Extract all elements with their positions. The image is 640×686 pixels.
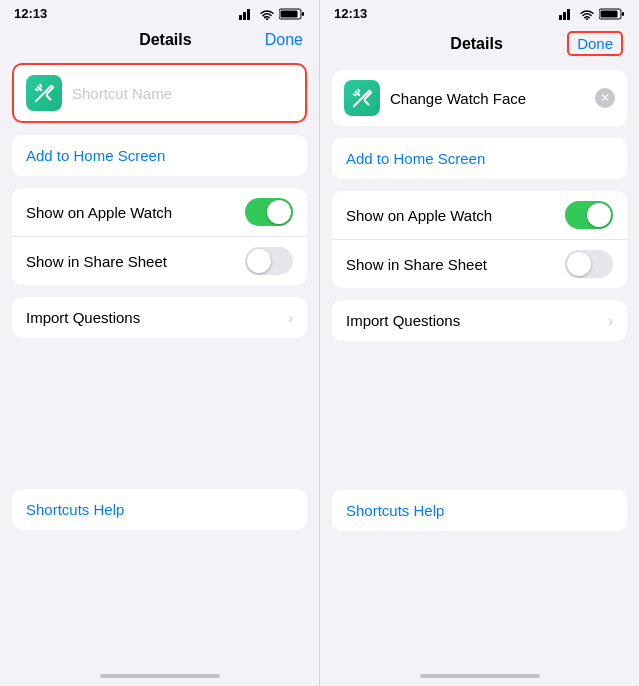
svg-point-11: [586, 18, 588, 20]
status-icons-right: [559, 8, 625, 20]
show-apple-watch-knob-left: [267, 200, 291, 224]
shortcut-name-row-left: [14, 65, 305, 121]
nav-done-left[interactable]: Done: [265, 31, 303, 49]
show-share-sheet-row-right: Show in Share Sheet: [332, 239, 627, 288]
svg-rect-0: [239, 15, 242, 20]
spacer2-left: [0, 536, 319, 675]
show-share-sheet-knob-right: [567, 252, 591, 276]
status-time-left: 12:13: [14, 6, 47, 21]
signal-icon-right: [559, 8, 575, 20]
import-row-left[interactable]: Import Questions ›: [12, 297, 307, 338]
status-bar-right: 12:13: [320, 0, 639, 25]
battery-icon-right: [599, 8, 625, 20]
show-share-sheet-knob-left: [247, 249, 271, 273]
import-chevron-left: ›: [288, 310, 293, 326]
wifi-icon-right: [579, 8, 595, 20]
spacer2-right: [320, 537, 639, 674]
svg-rect-13: [622, 12, 624, 16]
shortcuts-help-section-left: Shortcuts Help: [12, 489, 307, 530]
wand-icon-right: [351, 87, 373, 109]
shortcuts-help-row-left[interactable]: Shortcuts Help: [12, 489, 307, 530]
import-row-right[interactable]: Import Questions ›: [332, 300, 627, 341]
show-apple-watch-knob-right: [587, 203, 611, 227]
phone-panel-right: 12:13 Details Done: [320, 0, 640, 686]
nav-bar-right: Details Done: [320, 25, 639, 64]
phone-panel-left: 12:13 Details Done: [0, 0, 320, 686]
import-label-right: Import Questions: [346, 312, 460, 329]
shortcuts-help-row-right[interactable]: Shortcuts Help: [332, 490, 627, 531]
shortcuts-help-section-right: Shortcuts Help: [332, 490, 627, 531]
toggle-section-right: Show on Apple Watch Show in Share Sheet: [332, 191, 627, 288]
svg-rect-14: [601, 10, 618, 17]
svg-point-3: [266, 18, 268, 20]
import-label-left: Import Questions: [26, 309, 140, 326]
wand-icon-left: [33, 82, 55, 104]
import-section-left: Import Questions ›: [12, 297, 307, 338]
add-home-section-left: Add to Home Screen: [12, 135, 307, 176]
show-share-sheet-row-left: Show in Share Sheet: [12, 236, 307, 285]
wifi-icon-left: [259, 8, 275, 20]
import-chevron-right: ›: [608, 313, 613, 329]
show-share-sheet-label-left: Show in Share Sheet: [26, 253, 167, 270]
svg-rect-6: [281, 10, 298, 17]
svg-rect-10: [567, 9, 570, 20]
show-apple-watch-label-right: Show on Apple Watch: [346, 207, 492, 224]
show-share-sheet-toggle-right[interactable]: [565, 250, 613, 278]
svg-rect-9: [563, 12, 566, 20]
show-share-sheet-label-right: Show in Share Sheet: [346, 256, 487, 273]
show-apple-watch-toggle-right[interactable]: [565, 201, 613, 229]
toggle-section-left: Show on Apple Watch Show in Share Sheet: [12, 188, 307, 285]
add-home-row-left[interactable]: Add to Home Screen: [12, 135, 307, 176]
show-apple-watch-row-left: Show on Apple Watch: [12, 188, 307, 236]
spacer-left: [0, 344, 319, 483]
battery-icon-left: [279, 8, 305, 20]
shortcut-name-input-left[interactable]: [72, 85, 293, 102]
show-apple-watch-toggle-left[interactable]: [245, 198, 293, 226]
svg-point-15: [357, 93, 359, 95]
signal-icon-left: [239, 8, 255, 20]
show-apple-watch-label-left: Show on Apple Watch: [26, 204, 172, 221]
status-bar-left: 12:13: [0, 0, 319, 25]
shortcut-name-section-left: [12, 63, 307, 123]
spacer-right: [320, 347, 639, 484]
svg-rect-2: [247, 9, 250, 20]
add-home-section-right: Add to Home Screen: [332, 138, 627, 179]
show-share-sheet-toggle-left[interactable]: [245, 247, 293, 275]
shortcut-icon-right: [344, 80, 380, 116]
shortcut-name-value-right: Change Watch Face: [390, 90, 585, 107]
shortcut-icon-left: [26, 75, 62, 111]
home-indicator-right: [420, 674, 540, 678]
home-indicator-left: [100, 674, 220, 678]
show-apple-watch-row-right: Show on Apple Watch: [332, 191, 627, 239]
clear-shortcut-name-button-right[interactable]: ✕: [595, 88, 615, 108]
nav-title-right: Details: [450, 35, 502, 53]
svg-rect-1: [243, 12, 246, 20]
svg-rect-5: [302, 12, 304, 16]
shortcut-name-row-right: Change Watch Face ✕: [332, 70, 627, 126]
shortcut-name-section-right: Change Watch Face ✕: [332, 70, 627, 126]
status-time-right: 12:13: [334, 6, 367, 21]
import-section-right: Import Questions ›: [332, 300, 627, 341]
add-home-row-right[interactable]: Add to Home Screen: [332, 138, 627, 179]
nav-title-left: Details: [139, 31, 191, 49]
nav-done-right[interactable]: Done: [567, 31, 623, 56]
svg-rect-8: [559, 15, 562, 20]
nav-bar-left: Details Done: [0, 25, 319, 57]
svg-point-7: [39, 88, 41, 90]
status-icons-left: [239, 8, 305, 20]
